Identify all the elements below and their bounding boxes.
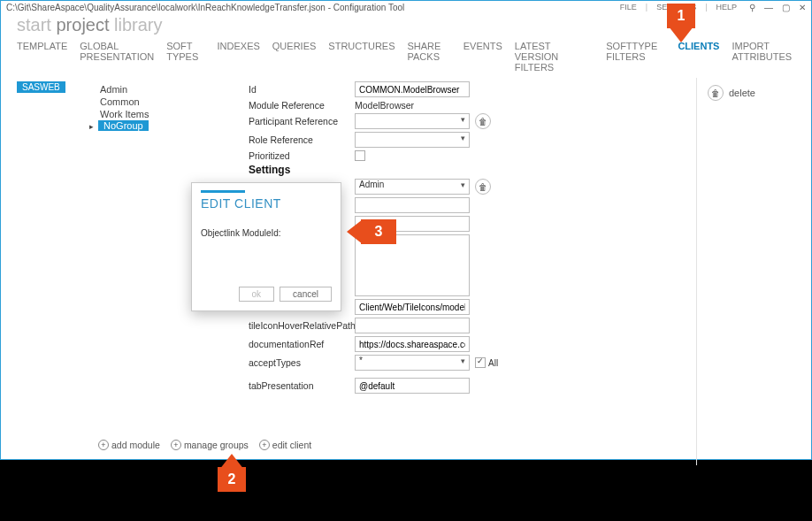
window-controls: ⚲ — ▢ ✕	[749, 3, 806, 12]
body: SASWEB Admin Common Work Items ▸ NoGroup…	[1, 78, 811, 465]
participant-ref-select[interactable]	[355, 113, 470, 129]
delete-label: delete	[729, 88, 755, 98]
trash-icon[interactable]: 🗑	[475, 179, 491, 195]
tree-nogroup-row[interactable]: ▸ NoGroup	[89, 120, 249, 131]
module-ref-label: Module Reference	[249, 100, 355, 111]
callout-2: 2	[218, 467, 246, 492]
crumb-library[interactable]: library	[114, 15, 162, 34]
pin-icon[interactable]: ⚲	[749, 3, 755, 12]
close-icon[interactable]: ✕	[799, 3, 806, 12]
trash-icon: 🗑	[708, 85, 724, 101]
accent-bar	[201, 190, 245, 193]
plus-icon: +	[98, 440, 109, 450]
doc-ref-label: documentationRef	[249, 339, 355, 349]
accept-types-select[interactable]: *	[355, 355, 470, 371]
edit-client-button[interactable]: + edit client	[259, 440, 311, 450]
tab-structures[interactable]: STRUCTURES	[328, 41, 395, 73]
prioritized-checkbox[interactable]	[355, 150, 365, 161]
chevron-right-icon: ▸	[89, 122, 94, 131]
app-window: C:\Git\ShareAspace\QualityAssurance\loca…	[0, 0, 812, 460]
role-ref-label: Role Reference	[249, 134, 355, 145]
tile-icon-input[interactable]	[355, 318, 470, 333]
tab-indexes[interactable]: INDEXES	[218, 41, 260, 73]
participant-ref-label: Participant Reference	[249, 116, 355, 126]
tab-import-attributes[interactable]: IMPORT ATTRIBUTES	[732, 41, 795, 73]
trash-icon[interactable]: 🗑	[475, 113, 491, 129]
delete-button[interactable]: 🗑 delete	[708, 85, 801, 101]
blank-input-1[interactable]	[355, 197, 470, 213]
maximize-icon[interactable]: ▢	[782, 3, 790, 12]
plus-icon: +	[259, 440, 270, 450]
tab-soft-types[interactable]: SOFT TYPES	[166, 41, 204, 73]
tree-common[interactable]: Common	[89, 96, 249, 108]
window-title: C:\Git\ShareAspace\QualityAssurance\loca…	[6, 3, 617, 12]
id-label: Id	[249, 84, 355, 95]
tree-nogroup[interactable]: NoGroup	[98, 120, 149, 131]
manage-groups-button[interactable]: + manage groups	[171, 440, 249, 450]
cancel-button[interactable]: cancel	[280, 287, 332, 302]
crumb-project[interactable]: project	[56, 15, 109, 34]
right-column: 🗑 delete	[696, 78, 811, 465]
settings-select[interactable]: Admin	[355, 179, 470, 195]
all-label: All	[488, 358, 498, 368]
minimize-icon[interactable]: —	[764, 3, 773, 12]
all-checkbox[interactable]	[475, 357, 486, 368]
tree-work-items[interactable]: Work Items	[89, 108, 249, 120]
tab-global-presentation[interactable]: GLOBAL PRESENTATION	[80, 41, 154, 73]
prioritized-label: Prioritized	[249, 150, 355, 161]
tab-clients[interactable]: CLIENTS	[678, 41, 719, 73]
id-input[interactable]	[355, 81, 470, 97]
edit-client-dialog: EDIT CLIENT Objectlink ModuleId: ok canc…	[191, 182, 341, 311]
callout-1: 1	[667, 4, 695, 28]
settings-heading: Settings	[249, 164, 355, 176]
tab-queries[interactable]: QUERIES	[272, 41, 317, 73]
tab-template[interactable]: TEMPLATE	[17, 41, 67, 73]
objectlink-label: Objectlink ModuleId:	[201, 228, 281, 238]
callout-3: 3	[361, 219, 396, 244]
menu-help[interactable]: HELP	[712, 3, 740, 11]
doc-ref-input[interactable]	[355, 336, 470, 352]
dialog-title: EDIT CLIENT	[201, 196, 332, 211]
sasweb-chip[interactable]: SASWEB	[17, 81, 65, 93]
all-checkbox-wrap: All	[475, 357, 498, 368]
tab-presentation-label: tabPresentation	[249, 380, 355, 391]
role-ref-select[interactable]	[355, 132, 470, 148]
left-column: SASWEB	[1, 78, 80, 465]
tile-icon-label: tileIconHoverRelativePath	[249, 320, 355, 331]
tile-icon-input-top[interactable]	[355, 299, 470, 315]
tab-events[interactable]: EVENTS	[463, 41, 502, 73]
tab-presentation-input[interactable]	[355, 378, 470, 394]
tab-softtype-filters[interactable]: SOFTTYPE FILTERS	[606, 41, 665, 73]
ok-button[interactable]: ok	[239, 287, 275, 302]
bottom-actions: + add module + manage groups + edit clie…	[98, 440, 311, 450]
accept-types-label: acceptTypes	[249, 357, 355, 368]
menu-file[interactable]: FILE	[617, 3, 640, 11]
tab-latest-version-filters[interactable]: LATEST VERSION FILTERS	[515, 41, 594, 73]
module-ref-value: ModelBrowser	[355, 100, 414, 111]
plus-icon: +	[171, 440, 181, 450]
add-module-button[interactable]: + add module	[98, 440, 160, 450]
tree-admin[interactable]: Admin	[89, 83, 249, 96]
callout-1-arrow	[669, 27, 693, 42]
crumb-start[interactable]: start	[17, 15, 51, 34]
tab-share-packs[interactable]: SHARE PACKS	[408, 41, 451, 73]
